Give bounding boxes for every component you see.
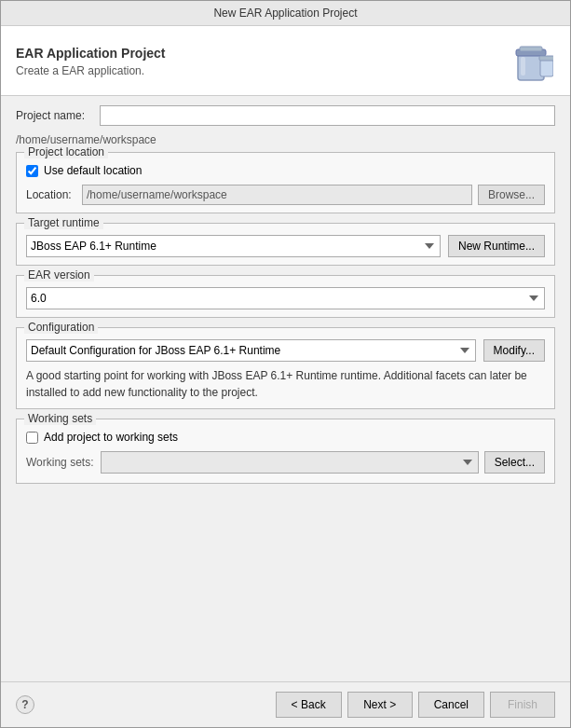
ear-jar-icon xyxy=(509,39,553,84)
svg-rect-3 xyxy=(520,47,542,51)
header-section: EAR Application Project Create a EAR app… xyxy=(1,26,570,96)
target-runtime-row: JBoss EAP 6.1+ Runtime New Runtime... xyxy=(26,235,545,257)
ear-icon-container xyxy=(507,37,555,86)
configuration-row: Default Configuration for JBoss EAP 6.1+… xyxy=(26,339,545,362)
configuration-content: Default Configuration for JBoss EAP 6.1+… xyxy=(26,336,545,401)
working-sets-content: Add project to working sets Working sets… xyxy=(26,427,545,474)
svg-rect-5 xyxy=(539,56,553,61)
use-default-checkbox[interactable] xyxy=(26,165,38,177)
nav-buttons: < Back Next > Cancel Finish xyxy=(276,692,555,718)
ear-version-select[interactable]: 6.0 5.0 1.4 1.3 1.2 xyxy=(26,287,545,309)
target-runtime-content: JBoss EAP 6.1+ Runtime New Runtime... xyxy=(26,231,545,257)
button-bar: ? < Back Next > Cancel Finish xyxy=(1,681,570,727)
header-text: EAR Application Project Create a EAR app… xyxy=(16,46,166,77)
configuration-legend: Configuration xyxy=(24,321,98,334)
target-runtime-legend: Target runtime xyxy=(24,216,103,229)
finish-button[interactable]: Finish xyxy=(490,692,555,718)
location-row: Location: Browse... xyxy=(26,185,545,205)
use-default-location-row: Use default location xyxy=(26,164,545,177)
project-location-legend: Project location xyxy=(24,145,108,158)
svg-rect-4 xyxy=(540,60,553,76)
help-button[interactable]: ? xyxy=(16,695,34,714)
title-bar: New EAR Application Project xyxy=(1,1,570,26)
ear-version-content: 6.0 5.0 1.4 1.3 1.2 xyxy=(26,283,545,309)
project-name-label: Project name: xyxy=(16,109,100,122)
project-location-group: Project location Use default location Lo… xyxy=(16,152,555,213)
add-working-sets-row: Add project to working sets xyxy=(26,431,545,444)
working-sets-row: Working sets: Select... xyxy=(26,451,545,474)
project-name-input[interactable] xyxy=(100,105,555,126)
configuration-group: Configuration Default Configuration for … xyxy=(16,327,555,409)
ear-version-legend: EAR version xyxy=(24,268,94,282)
svg-rect-2 xyxy=(521,57,525,76)
select-button[interactable]: Select... xyxy=(484,451,545,474)
dialog-title: New EAR Application Project xyxy=(213,7,357,20)
location-label: Location: xyxy=(26,188,82,201)
project-location-content: Use default location Location: Browse... xyxy=(26,160,545,205)
target-runtime-group: Target runtime JBoss EAP 6.1+ Runtime Ne… xyxy=(16,223,555,266)
working-sets-group: Working sets Add project to working sets… xyxy=(16,419,555,484)
workspace-path: /home/username/workspace xyxy=(16,133,555,146)
configuration-description: A good starting point for working with J… xyxy=(26,367,545,401)
new-ear-dialog: New EAR Application Project EAR Applicat… xyxy=(0,0,571,728)
browse-button[interactable]: Browse... xyxy=(478,185,545,205)
header-title: EAR Application Project xyxy=(16,46,166,61)
cancel-button[interactable]: Cancel xyxy=(418,692,484,718)
add-working-sets-label: Add project to working sets xyxy=(44,431,178,444)
next-button[interactable]: Next > xyxy=(347,692,413,718)
location-input[interactable] xyxy=(82,185,472,205)
main-content: Project name: /home/username/workspace P… xyxy=(1,96,570,681)
configuration-select[interactable]: Default Configuration for JBoss EAP 6.1+… xyxy=(26,339,476,362)
ear-version-group: EAR version 6.0 5.0 1.4 1.3 1.2 xyxy=(16,275,555,318)
working-sets-legend: Working sets xyxy=(24,412,96,425)
use-default-label: Use default location xyxy=(44,164,142,177)
working-sets-label: Working sets: xyxy=(26,456,101,469)
ear-version-row: 6.0 5.0 1.4 1.3 1.2 xyxy=(26,287,545,309)
back-button[interactable]: < Back xyxy=(276,692,342,718)
modify-button[interactable]: Modify... xyxy=(483,339,545,362)
add-working-sets-checkbox[interactable] xyxy=(26,432,38,444)
new-runtime-button[interactable]: New Runtime... xyxy=(448,235,545,257)
working-sets-select[interactable] xyxy=(101,451,479,474)
target-runtime-select[interactable]: JBoss EAP 6.1+ Runtime xyxy=(26,235,441,257)
header-subtitle: Create a EAR application. xyxy=(16,64,166,77)
project-name-row: Project name: xyxy=(16,105,555,126)
